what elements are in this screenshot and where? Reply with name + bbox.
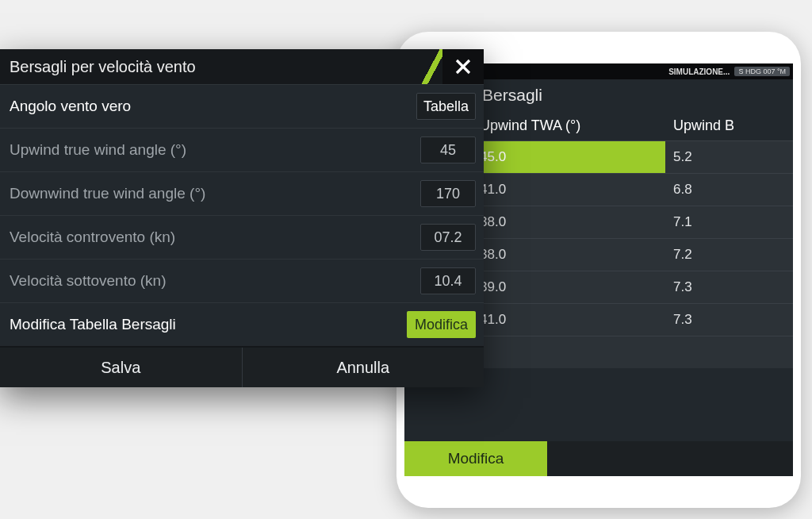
cell-bsp[interactable]: 7.1 [665, 206, 793, 239]
value-input[interactable]: 07.2 [420, 224, 476, 251]
cell-twa[interactable]: 41.0 [472, 174, 665, 206]
row-downwind-speed[interactable]: Velocità sottovento (kn) 10.4 [0, 259, 484, 302]
save-button[interactable]: Salva [0, 348, 242, 387]
dialog-title: Bersagli per velocità vento [10, 58, 196, 76]
row-label: Velocità sottovento (kn) [10, 272, 420, 290]
row-label: Downwind true wind angle (°) [10, 185, 420, 202]
column-upwind-twa: Upwind TWA (°) [472, 111, 665, 141]
modify-button[interactable]: Modifica [404, 441, 547, 476]
value-input[interactable]: 170 [420, 180, 476, 207]
cell-bsp[interactable]: 5.2 [665, 141, 793, 174]
edit-table-button[interactable]: Modifica [407, 311, 476, 338]
row-true-wind-angle-mode[interactable]: Angolo vento vero Tabella [0, 84, 484, 128]
value-dropdown[interactable]: Tabella [416, 93, 476, 120]
close-button[interactable] [442, 49, 484, 84]
row-edit-targets-table[interactable]: Modifica Tabella Bersagli Modifica [0, 302, 484, 346]
cancel-button[interactable]: Annulla [242, 348, 485, 387]
cell-twa[interactable]: 38.0 [472, 239, 665, 271]
column-upwind-bsp: Upwind B [665, 111, 793, 141]
value-input[interactable]: 10.4 [420, 267, 476, 294]
cell-bsp[interactable]: 7.3 [665, 304, 793, 336]
dialog-footer: Salva Annulla [0, 346, 484, 387]
row-label: Velocità controvento (kn) [10, 229, 420, 246]
targets-wind-speed-dialog: Bersagli per velocità vento Angolo vento… [0, 49, 484, 387]
cell-twa[interactable]: 38.0 [472, 206, 665, 239]
row-downwind-twa[interactable]: Downwind true wind angle (°) 170 [0, 171, 484, 215]
cell-bsp[interactable]: 6.8 [665, 174, 793, 206]
row-label: Upwind true wind angle (°) [10, 141, 420, 159]
close-icon [454, 58, 472, 75]
dialog-header: Bersagli per velocità vento [0, 49, 484, 84]
cell-bsp[interactable]: 7.2 [665, 239, 793, 271]
status-heading: S HDG 007 °M [734, 67, 790, 76]
header-accent-stripe [422, 49, 442, 84]
row-upwind-speed[interactable]: Velocità controvento (kn) 07.2 [0, 215, 484, 259]
targets-table-footer: Modifica [404, 441, 793, 476]
cell-bsp[interactable]: 7.3 [665, 271, 793, 304]
value-input[interactable]: 45 [420, 136, 476, 163]
row-label: Modifica Tabella Bersagli [10, 316, 407, 333]
cell-twa[interactable]: 41.0 [472, 304, 665, 336]
row-label: Angolo vento vero [10, 98, 416, 115]
row-upwind-twa[interactable]: Upwind true wind angle (°) 45 [0, 128, 484, 171]
cell-twa[interactable]: 45.0 [472, 141, 665, 174]
status-simulation: SIMULAZIONE... [668, 67, 730, 76]
cell-twa[interactable]: 39.0 [472, 271, 665, 304]
